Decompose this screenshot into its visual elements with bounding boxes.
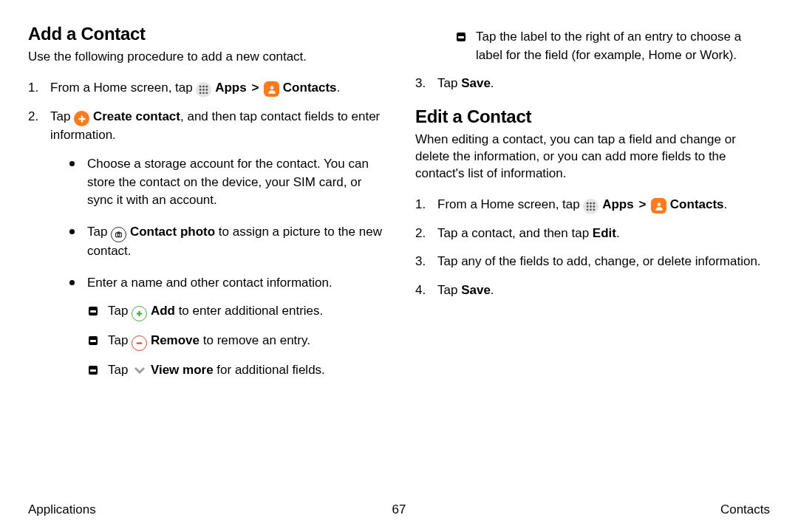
apps-icon xyxy=(583,199,598,214)
svg-point-24 xyxy=(587,208,589,211)
d2b: to remove an entry. xyxy=(200,333,310,347)
svg-point-27 xyxy=(657,202,661,206)
heading-add-contact: Add a Contact xyxy=(28,24,383,44)
b3: Enter a name and other contact informati… xyxy=(87,276,332,290)
contacts-label: Contacts xyxy=(283,81,337,95)
bullet-storage: Choose a storage account for the contact… xyxy=(69,155,383,210)
step-3: Tap Save. xyxy=(415,75,770,93)
chevron-down-icon xyxy=(132,363,147,378)
breadcrumb-sep-2: > xyxy=(638,197,646,211)
footer-left: Applications xyxy=(28,502,96,517)
intro-add: Use the following procedure to add a new… xyxy=(28,49,383,66)
save-label-2: Save xyxy=(461,283,491,297)
svg-point-1 xyxy=(203,86,205,88)
d2a: Tap xyxy=(108,333,132,347)
save-label: Save xyxy=(461,76,491,90)
svg-point-22 xyxy=(590,205,593,208)
heading-edit-contact: Edit a Contact xyxy=(415,106,770,127)
add-label: Add xyxy=(151,304,175,318)
period: . xyxy=(337,81,341,95)
s3a: Tap xyxy=(437,76,461,90)
e1a: From a Home screen, tap xyxy=(437,197,583,211)
svg-point-4 xyxy=(203,89,205,91)
e4p: . xyxy=(491,283,494,297)
dash-label: Tap the label to the right of an entry t… xyxy=(457,28,770,64)
svg-point-26 xyxy=(593,208,596,211)
svg-point-25 xyxy=(590,208,593,211)
svg-point-21 xyxy=(587,205,589,208)
edit-step-4: Tap Save. xyxy=(415,282,770,300)
dash-add: Tap Add to enter additional entries. xyxy=(89,302,383,321)
bullet-photo: Tap Contact photo to assign a picture to… xyxy=(69,223,383,261)
footer-right: Contacts xyxy=(720,502,770,517)
svg-point-0 xyxy=(200,86,202,88)
svg-point-20 xyxy=(593,202,596,204)
contacts-icon xyxy=(651,198,666,214)
remove-label: Remove xyxy=(151,333,200,347)
edit-step-2: Tap a contact, and then tap Edit. xyxy=(415,225,770,243)
apps-label-2: Apps xyxy=(602,197,634,211)
svg-point-23 xyxy=(593,205,596,208)
step-1: From a Home screen, tap Apps > Contacts. xyxy=(28,79,383,98)
step1-text-a: From a Home screen, tap xyxy=(50,81,196,95)
apps-icon xyxy=(196,82,211,98)
page-footer: Applications 67 Contacts xyxy=(28,502,770,517)
camera-icon xyxy=(111,227,126,242)
d1a: Tap xyxy=(108,304,132,318)
create-plus-icon xyxy=(74,111,89,126)
e2a: Tap a contact, and then tap xyxy=(437,226,593,240)
contacts-icon xyxy=(264,81,279,97)
svg-point-3 xyxy=(200,89,202,91)
breadcrumb-sep: > xyxy=(251,81,259,95)
e4a: Tap xyxy=(437,283,461,297)
svg-point-5 xyxy=(206,89,208,91)
dash-viewmore: Tap View more for additional fields. xyxy=(89,361,383,380)
svg-point-7 xyxy=(203,92,205,94)
e2p: . xyxy=(616,226,620,240)
contact-photo-label: Contact photo xyxy=(130,225,215,239)
svg-point-8 xyxy=(206,92,208,94)
b2a: Tap xyxy=(87,225,111,239)
edit-label: Edit xyxy=(593,226,616,240)
svg-point-13 xyxy=(117,233,120,236)
intro-edit: When editing a contact, you can tap a fi… xyxy=(415,132,770,183)
create-contact-label: Create contact xyxy=(93,109,180,123)
contacts-label-2: Contacts xyxy=(670,197,724,211)
d1b: to enter additional entries. xyxy=(175,304,323,318)
s3p: . xyxy=(491,76,494,90)
apps-label: Apps xyxy=(215,81,247,95)
add-plus-icon xyxy=(132,306,147,321)
svg-point-9 xyxy=(270,86,273,89)
step2-text-a: Tap xyxy=(50,109,74,123)
d3a: Tap xyxy=(108,363,132,377)
viewmore-label: View more xyxy=(151,363,214,377)
edit-step-3: Tap any of the fields to add, change, or… xyxy=(415,253,770,271)
footer-center: 67 xyxy=(392,502,406,517)
step-2: Tap Create contact, and then tap contact… xyxy=(28,108,383,380)
edit-step-1: From a Home screen, tap Apps > Contacts. xyxy=(415,196,770,214)
svg-point-2 xyxy=(206,86,208,88)
bullet-name-info: Enter a name and other contact informati… xyxy=(69,274,383,380)
remove-minus-icon xyxy=(132,335,147,351)
d3b: for additional fields. xyxy=(214,363,325,377)
e1p: . xyxy=(724,197,728,211)
dash-remove: Tap Remove to remove an entry. xyxy=(89,332,383,351)
svg-point-6 xyxy=(200,92,202,94)
svg-point-19 xyxy=(590,202,593,204)
svg-point-18 xyxy=(587,202,589,204)
